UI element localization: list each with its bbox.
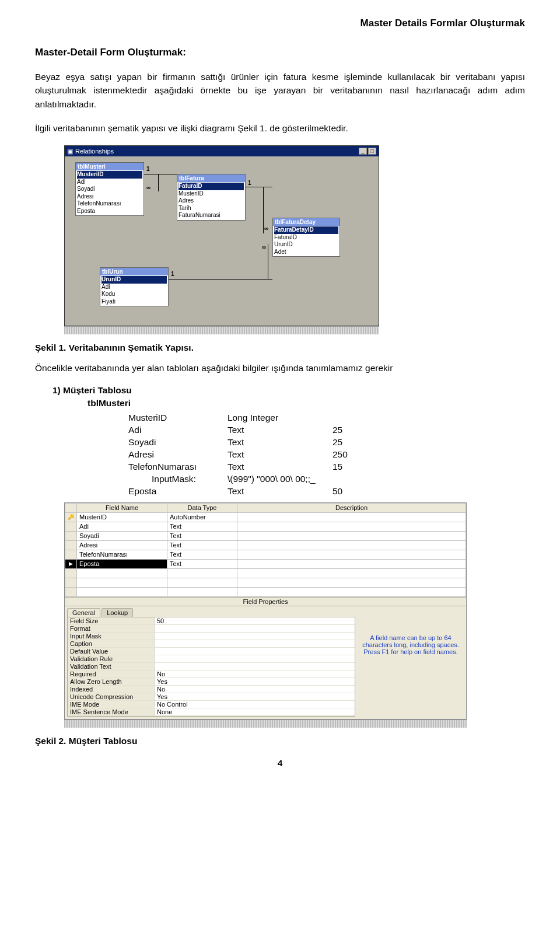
field-inputmask-label: InputMask: [128, 473, 228, 486]
row-selector[interactable] [65, 550, 77, 559]
cell-data-type[interactable] [167, 578, 237, 587]
cell-description[interactable] [237, 578, 466, 587]
prop-value[interactable]: None [154, 708, 355, 715]
field: FaturaNumarasi [178, 212, 244, 219]
prop-value[interactable] [154, 640, 355, 647]
field-type: Text [228, 424, 332, 436]
row-selector[interactable] [65, 587, 77, 596]
table-tblmusteri[interactable]: tblMusteri MusteriID Adi Soyadi Adresi T… [75, 162, 144, 216]
field-size [332, 412, 368, 424]
cell-field-name[interactable] [77, 587, 167, 596]
prop-value[interactable]: Yes [154, 693, 355, 700]
prop-value[interactable] [154, 625, 355, 632]
cell-data-type[interactable] [167, 587, 237, 596]
field-help-text: A field name can be up to 64 characters … [355, 617, 466, 719]
figure-2-caption: Şekil 2. Müşteri Tablosu [35, 736, 525, 746]
cell-field-name[interactable] [77, 578, 167, 587]
field: Fiyati [102, 298, 167, 306]
prop-value[interactable] [154, 633, 355, 640]
row-selector[interactable] [65, 531, 77, 540]
prop-key: IME Sentence Mode [68, 708, 154, 715]
cell-field-name[interactable]: MusteriID [77, 512, 167, 522]
maximize-button[interactable]: □ [368, 148, 376, 155]
cell-description[interactable] [237, 568, 466, 578]
row-selector[interactable] [65, 540, 77, 550]
prop-value[interactable]: 50 [154, 617, 355, 624]
prop-key: Unicode Compression [68, 693, 154, 700]
row-selector[interactable] [65, 568, 77, 578]
cell-field-name[interactable] [77, 568, 167, 578]
prop-value[interactable] [154, 663, 355, 670]
pk-field: FaturaDetayID [274, 226, 338, 234]
field-properties-title: Field Properties [65, 597, 466, 606]
prop-value[interactable]: No [154, 670, 355, 677]
cell-data-type[interactable]: Text [167, 540, 237, 550]
prop-value[interactable]: Yes [154, 678, 355, 685]
minimize-button[interactable]: _ [359, 148, 367, 155]
prop-value[interactable] [154, 655, 355, 662]
table-header: tblFaturaDetay [273, 218, 340, 226]
field-name: MusteriID [128, 412, 228, 424]
field-inputmask-value: \(999") "000\ 00\ 00;;_ [228, 473, 332, 486]
field-size: 25 [332, 436, 368, 449]
cell-data-type[interactable] [167, 568, 237, 578]
prop-key: Validation Text [68, 663, 154, 670]
prop-value[interactable] [154, 648, 355, 655]
table-name-1: tblMusteri [88, 398, 525, 408]
cell-description[interactable] [237, 587, 466, 596]
cell-data-type[interactable]: Text [167, 522, 237, 531]
tab-general[interactable]: General [67, 608, 100, 617]
prop-value[interactable]: No Control [154, 701, 355, 708]
tab-lookup[interactable]: Lookup [102, 608, 133, 617]
field-type: Long Integer [228, 412, 332, 424]
paragraph-1: Beyaz eşya satışı yapan bir firmanın sat… [35, 70, 525, 111]
field-size: 25 [332, 424, 368, 436]
field-type: Text [228, 436, 332, 449]
cell-field-name[interactable]: Adresi [77, 540, 167, 550]
cell-description[interactable] [237, 550, 466, 559]
table-tblfatura[interactable]: tblFatura FaturaID MusteriID Adres Tarih… [177, 174, 246, 221]
row-selector[interactable] [65, 578, 77, 587]
field: Adi [102, 284, 167, 291]
table-tblurun[interactable]: tblUrun UrunID Adi Kodu Fiyati [100, 267, 169, 306]
field-name: Adi [128, 424, 228, 436]
field: Eposta [77, 208, 142, 215]
cardinality-one: 1 [248, 180, 251, 186]
cell-field-name[interactable]: TelefonNumarası [77, 550, 167, 559]
relation-line [158, 174, 159, 191]
cell-data-type[interactable]: Text [167, 550, 237, 559]
field-name: Eposta [128, 486, 228, 498]
pk-field: FaturaID [178, 183, 244, 190]
field: UrunID [274, 241, 338, 249]
cell-data-type[interactable]: AutoNumber [167, 512, 237, 522]
design-grid[interactable]: Field Name Data Type Description 🔑Muster… [65, 503, 466, 597]
field: Adet [274, 249, 338, 256]
field-properties-panel: Field Size50 Format Input Mask Caption D… [67, 617, 355, 717]
row-selector[interactable]: ▶ [65, 559, 77, 568]
cell-field-name[interactable]: Eposta [77, 559, 167, 568]
relation-line [263, 187, 264, 233]
field: Kodu [102, 291, 167, 298]
field: Adres [178, 197, 244, 205]
field: FaturaID [274, 234, 338, 242]
cell-description[interactable] [237, 531, 466, 540]
cell-description[interactable] [237, 540, 466, 550]
cell-field-name[interactable]: Adi [77, 522, 167, 531]
cell-data-type[interactable]: Text [167, 559, 237, 568]
field: Adresi [77, 193, 142, 201]
cell-description[interactable] [237, 522, 466, 531]
row-selector[interactable]: 🔑 [65, 512, 77, 522]
field-type: Text [228, 486, 332, 498]
row-selector[interactable] [65, 522, 77, 531]
cell-description[interactable] [237, 559, 466, 568]
fields-table-1: MusteriIDLong Integer AdiText25 SoyadiTe… [128, 412, 525, 497]
relation-line [169, 279, 272, 280]
table-tblfaturadetay[interactable]: tblFaturaDetay FaturaDetayID FaturaID Ur… [272, 218, 340, 257]
cell-field-name[interactable]: Soyadi [77, 531, 167, 540]
cell-description[interactable] [237, 512, 466, 522]
prop-key: Allow Zero Length [68, 678, 154, 685]
cell-data-type[interactable]: Text [167, 531, 237, 540]
prop-value[interactable]: No [154, 686, 355, 693]
prop-key: Caption [68, 640, 154, 647]
prop-key: Indexed [68, 686, 154, 693]
